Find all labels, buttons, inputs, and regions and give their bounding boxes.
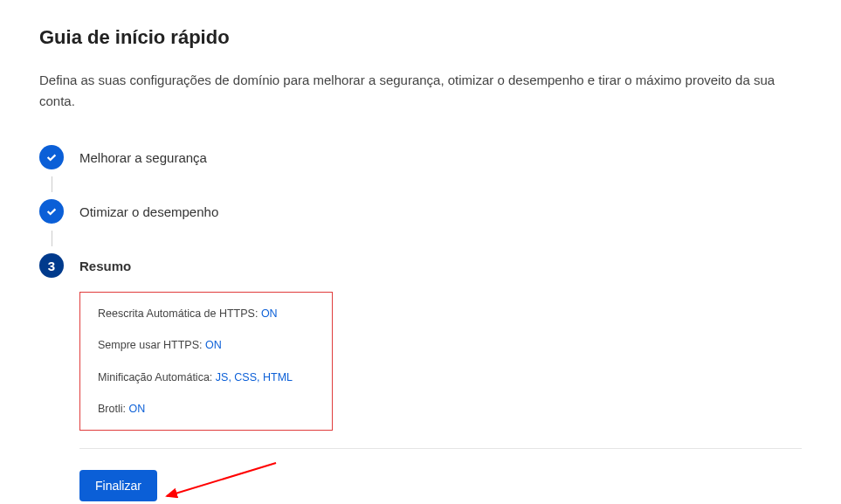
step-connector bbox=[52, 176, 52, 192]
summary-item-minify: Minificação Automática: JS, CSS, HTML bbox=[98, 370, 314, 384]
step-connector bbox=[52, 231, 52, 246]
step-1-label: Melhorar a segurança bbox=[79, 150, 207, 165]
svg-line-1 bbox=[167, 463, 276, 496]
finalize-button[interactable]: Finalizar bbox=[79, 470, 157, 501]
step-2[interactable]: Otimizar o desempenho bbox=[39, 199, 802, 224]
summary-value: ON bbox=[128, 403, 145, 415]
page-description: Defina as suas configurações de domínio … bbox=[39, 70, 802, 112]
check-icon bbox=[39, 145, 64, 169]
summary-value: ON bbox=[205, 339, 222, 351]
step-number-icon: 3 bbox=[39, 253, 64, 278]
divider bbox=[79, 448, 802, 449]
summary-item-https-rewrite: Reescrita Automática de HTTPS: ON bbox=[98, 307, 314, 321]
summary-box: Reescrita Automática de HTTPS: ON Sempre… bbox=[79, 292, 333, 431]
step-3-label: Resumo bbox=[79, 259, 131, 273]
check-icon bbox=[39, 199, 64, 224]
summary-value: ON bbox=[261, 307, 278, 320]
steps-container: Melhorar a segurança Otimizar o desempen… bbox=[39, 145, 802, 278]
summary-item-always-https: Sempre usar HTTPS: ON bbox=[98, 338, 314, 352]
summary-label: Minificação Automática: bbox=[98, 371, 216, 383]
step-1[interactable]: Melhorar a segurança bbox=[39, 145, 802, 169]
page-title: Guia de início rápido bbox=[39, 26, 802, 49]
summary-label: Reescrita Automática de HTTPS: bbox=[98, 307, 261, 320]
summary-label: Brotli: bbox=[98, 403, 128, 415]
summary-item-brotli: Brotli: ON bbox=[98, 402, 314, 416]
summary-value: JS, CSS, HTML bbox=[216, 371, 293, 383]
step-2-label: Otimizar o desempenho bbox=[79, 204, 218, 219]
step-3[interactable]: 3 Resumo bbox=[39, 253, 802, 278]
arrow-annotation-icon bbox=[158, 459, 280, 503]
summary-label: Sempre usar HTTPS: bbox=[98, 339, 205, 351]
button-row: Finalizar bbox=[79, 470, 802, 501]
